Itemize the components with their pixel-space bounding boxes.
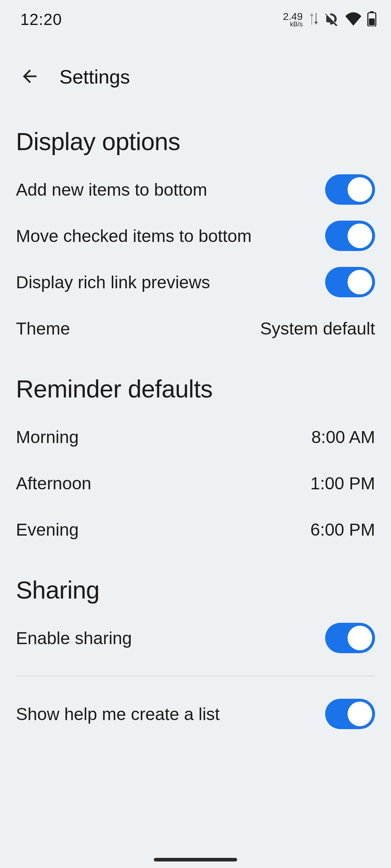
- afternoon-value: 1:00 PM: [310, 473, 375, 493]
- row-rich-link[interactable]: Display rich link previews: [16, 259, 375, 305]
- theme-value: System default: [260, 319, 375, 339]
- divider: [16, 676, 375, 676]
- enable-sharing-toggle[interactable]: [325, 623, 375, 653]
- rich-link-label: Display rich link previews: [16, 272, 210, 292]
- help-create-list-toggle[interactable]: [325, 699, 375, 729]
- page-title: Settings: [59, 65, 130, 88]
- status-bar: 12:20 2.49 kB/s: [0, 0, 391, 27]
- status-right: 2.49 kB/s: [283, 11, 377, 28]
- enable-sharing-label: Enable sharing: [16, 628, 132, 648]
- section-sharing: Sharing: [16, 576, 375, 604]
- nav-handle[interactable]: [154, 858, 237, 861]
- arrow-left-icon: [20, 66, 40, 88]
- mute-icon: [324, 12, 340, 27]
- row-evening[interactable]: Evening 6:00 PM: [16, 506, 375, 553]
- network-speed: 2.49 kB/s: [283, 12, 303, 27]
- row-afternoon[interactable]: Afternoon 1:00 PM: [16, 460, 375, 506]
- move-checked-toggle[interactable]: [325, 221, 375, 251]
- rich-link-toggle[interactable]: [325, 267, 375, 297]
- afternoon-label: Afternoon: [16, 473, 91, 493]
- battery-icon: [367, 11, 377, 28]
- help-create-list-label: Show help me create a list: [16, 704, 220, 724]
- evening-label: Evening: [16, 520, 79, 540]
- row-morning[interactable]: Morning 8:00 AM: [16, 414, 375, 460]
- theme-label: Theme: [16, 319, 70, 339]
- row-move-checked[interactable]: Move checked items to bottom: [16, 213, 375, 259]
- evening-value: 6:00 PM: [310, 520, 375, 540]
- data-arrows-icon: [309, 12, 319, 27]
- add-new-items-toggle[interactable]: [325, 174, 375, 205]
- morning-label: Morning: [16, 427, 79, 447]
- row-enable-sharing[interactable]: Enable sharing: [16, 615, 375, 661]
- status-time: 12:20: [20, 10, 62, 29]
- add-new-items-label: Add new items to bottom: [16, 180, 207, 200]
- move-checked-label: Move checked items to bottom: [16, 226, 252, 246]
- appbar: Settings: [0, 27, 391, 104]
- row-theme[interactable]: Theme System default: [16, 305, 375, 352]
- row-add-new-items[interactable]: Add new items to bottom: [16, 166, 375, 213]
- svg-rect-2: [369, 18, 375, 25]
- back-button[interactable]: [17, 64, 43, 90]
- morning-value: 8:00 AM: [311, 427, 375, 447]
- row-help-create-list[interactable]: Show help me create a list: [16, 691, 375, 737]
- section-reminder-defaults: Reminder defaults: [16, 375, 375, 403]
- section-display-options: Display options: [16, 127, 375, 156]
- wifi-icon: [345, 12, 362, 27]
